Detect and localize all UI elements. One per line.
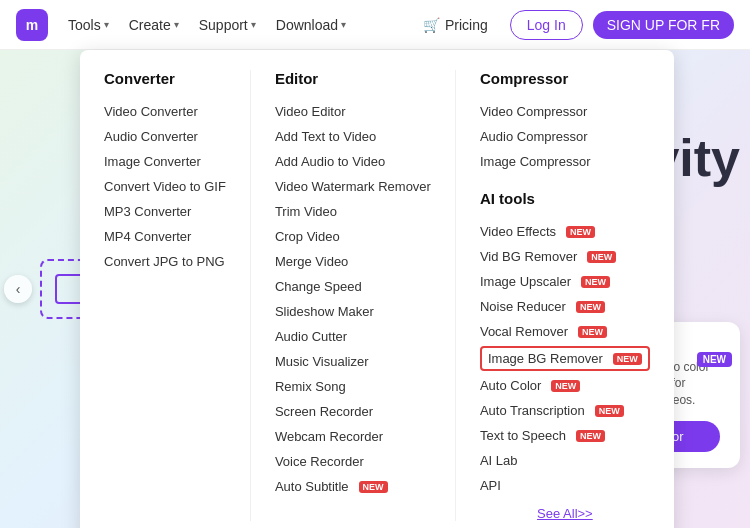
menu-item-mp4-converter[interactable]: MP4 Converter [104, 224, 226, 249]
main-nav: Tools ▾ Create ▾ Support ▾ Download ▾ [60, 11, 354, 39]
menu-item-audio-compressor[interactable]: Audio Compressor [480, 124, 650, 149]
nav-create[interactable]: Create ▾ [121, 11, 187, 39]
menu-item-vid-bg-remover[interactable]: Vid BG Remover NEW [480, 244, 650, 269]
menu-item-auto-subtitle[interactable]: Auto Subtitle NEW [275, 474, 431, 499]
cart-icon: 🛒 [423, 17, 440, 33]
new-badge-transcription: NEW [595, 405, 624, 417]
new-badge-upscaler: NEW [581, 276, 610, 288]
menu-item-merge-video[interactable]: Merge Video [275, 249, 431, 274]
menu-item-video-compressor[interactable]: Video Compressor [480, 99, 650, 124]
menu-item-trim-video[interactable]: Trim Video [275, 199, 431, 224]
menu-item-audio-converter[interactable]: Audio Converter [104, 124, 226, 149]
header: m Tools ▾ Create ▾ Support ▾ Download ▾ … [0, 0, 750, 50]
chevron-down-icon: ▾ [251, 19, 256, 30]
login-button[interactable]: Log In [510, 10, 583, 40]
ai-tools-title: AI tools [480, 190, 650, 207]
menu-item-audio-cutter[interactable]: Audio Cutter [275, 324, 431, 349]
menu-item-auto-transcription[interactable]: Auto Transcription NEW [480, 398, 650, 423]
menu-item-crop-video[interactable]: Crop Video [275, 224, 431, 249]
menu-item-noise-reducer[interactable]: Noise Reducer NEW [480, 294, 650, 319]
new-badge-video-effects: NEW [566, 226, 595, 238]
menu-item-video-effects[interactable]: Video Effects NEW [480, 219, 650, 244]
new-badge-vid-bg: NEW [587, 251, 616, 263]
nav-tools[interactable]: Tools ▾ [60, 11, 117, 39]
menu-item-watermark-remover[interactable]: Video Watermark Remover [275, 174, 431, 199]
new-badge-auto-subtitle: NEW [359, 481, 388, 493]
compressor-ai-column: Compressor Video Compressor Audio Compre… [456, 70, 674, 521]
logo[interactable]: m [16, 9, 48, 41]
logo-text: m [26, 17, 38, 33]
menu-item-convert-video-gif[interactable]: Convert Video to GIF [104, 174, 226, 199]
new-badge: NEW [697, 352, 732, 367]
new-badge-vocal: NEW [578, 326, 607, 338]
menu-item-image-bg-remover[interactable]: Image BG Remover NEW [480, 346, 650, 371]
menu-item-image-converter[interactable]: Image Converter [104, 149, 226, 174]
menu-item-ai-lab[interactable]: AI Lab [480, 448, 650, 473]
menu-item-voice-recorder[interactable]: Voice Recorder [275, 449, 431, 474]
see-all-link[interactable]: See All>> [480, 506, 650, 521]
menu-item-text-to-speech[interactable]: Text to Speech NEW [480, 423, 650, 448]
nav-download[interactable]: Download ▾ [268, 11, 354, 39]
menu-item-add-audio-video[interactable]: Add Audio to Video [275, 149, 431, 174]
chevron-down-icon: ▾ [341, 19, 346, 30]
menu-item-mp3-converter[interactable]: MP3 Converter [104, 199, 226, 224]
menu-item-auto-color[interactable]: Auto Color NEW [480, 373, 650, 398]
nav-support[interactable]: Support ▾ [191, 11, 264, 39]
chevron-down-icon: ▾ [174, 19, 179, 30]
signup-button[interactable]: SIGN UP FOR FR [593, 11, 734, 39]
left-arrow-btn[interactable]: ‹ [4, 275, 32, 303]
converter-column: Converter Video Converter Audio Converte… [80, 70, 251, 521]
header-right: 🛒 Pricing Log In SIGN UP FOR FR [411, 10, 734, 40]
menu-item-webcam-recorder[interactable]: Webcam Recorder [275, 424, 431, 449]
menu-item-api[interactable]: API [480, 473, 650, 498]
new-badge-image-bg: NEW [613, 353, 642, 365]
menu-item-screen-recorder[interactable]: Screen Recorder [275, 399, 431, 424]
menu-item-change-speed[interactable]: Change Speed [275, 274, 431, 299]
menu-item-convert-jpg-png[interactable]: Convert JPG to PNG [104, 249, 226, 274]
new-badge-noise: NEW [576, 301, 605, 313]
chevron-down-icon: ▾ [104, 19, 109, 30]
new-badge-tts: NEW [576, 430, 605, 442]
menu-item-image-upscaler[interactable]: Image Upscaler NEW [480, 269, 650, 294]
dropdown-menu: Converter Video Converter Audio Converte… [80, 50, 674, 528]
menu-item-add-text-video[interactable]: Add Text to Video [275, 124, 431, 149]
menu-item-slideshow-maker[interactable]: Slideshow Maker [275, 299, 431, 324]
compressor-title: Compressor [480, 70, 650, 87]
menu-item-vocal-remover[interactable]: Vocal Remover NEW [480, 319, 650, 344]
menu-item-music-visualizer[interactable]: Music Visualizer [275, 349, 431, 374]
pricing-button[interactable]: 🛒 Pricing [411, 11, 500, 39]
menu-item-image-compressor[interactable]: Image Compressor [480, 149, 650, 174]
converter-title: Converter [104, 70, 226, 87]
editor-title: Editor [275, 70, 431, 87]
new-badge-auto-color: NEW [551, 380, 580, 392]
menu-item-video-converter[interactable]: Video Converter [104, 99, 226, 124]
menu-item-video-editor[interactable]: Video Editor [275, 99, 431, 124]
menu-item-remix-song[interactable]: Remix Song [275, 374, 431, 399]
editor-column: Editor Video Editor Add Text to Video Ad… [251, 70, 456, 521]
